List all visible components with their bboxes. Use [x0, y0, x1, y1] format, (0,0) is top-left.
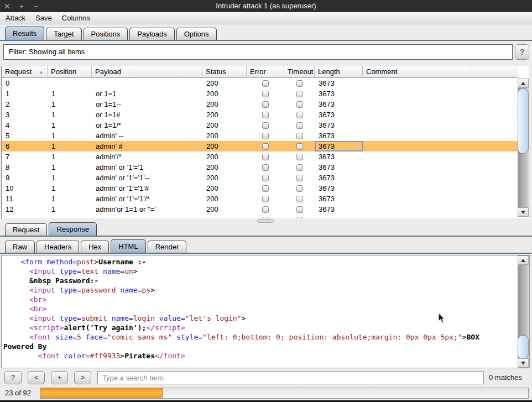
- timeout-checkbox[interactable]: [296, 185, 303, 192]
- tab-response[interactable]: Response: [49, 222, 97, 236]
- scrollbar-track[interactable]: [518, 88, 529, 207]
- timeout-checkbox[interactable]: [296, 164, 303, 171]
- arrow-up-icon: [521, 82, 525, 85]
- view-tab-hex[interactable]: Hex: [81, 241, 109, 253]
- error-checkbox[interactable]: [262, 143, 269, 150]
- timeout-checkbox[interactable]: [296, 112, 303, 118]
- scroll-down-button[interactable]: [518, 358, 529, 368]
- search-input[interactable]: [97, 371, 484, 384]
- table-row-partial[interactable]: [2, 215, 518, 218]
- scrollbar-thumb[interactable]: [518, 88, 529, 154]
- timeout-checkbox[interactable]: [296, 206, 303, 213]
- cell-request: 12: [2, 204, 48, 215]
- scroll-up-button[interactable]: [518, 255, 529, 265]
- tab-positions[interactable]: Positions: [84, 28, 128, 40]
- view-tab-headers[interactable]: Headers: [36, 241, 79, 253]
- timeout-checkbox[interactable]: [296, 143, 303, 150]
- timeout-checkbox[interactable]: [296, 217, 303, 219]
- table-row-12[interactable]: 121admin'or 1=1 or ''='2003673: [2, 204, 518, 215]
- column-header-comment[interactable]: Comment: [363, 66, 472, 78]
- results-scrollbar[interactable]: [518, 79, 529, 217]
- cell-request: [2, 215, 48, 218]
- menu-attack[interactable]: Attack: [6, 14, 25, 22]
- cell-comment: [363, 162, 472, 173]
- timeout-checkbox[interactable]: [296, 196, 303, 202]
- timeout-checkbox[interactable]: [296, 101, 303, 108]
- response-scrollbar[interactable]: [518, 255, 529, 368]
- search-prev-button[interactable]: <: [28, 371, 45, 384]
- arrow-down-icon: [521, 362, 525, 365]
- view-tab-raw[interactable]: Raw: [5, 241, 35, 253]
- response-viewer[interactable]: <form method=post>Username :- <Input typ…: [1, 255, 530, 368]
- timeout-checkbox[interactable]: [296, 80, 303, 87]
- column-header-payload[interactable]: Payload: [92, 66, 202, 78]
- error-checkbox[interactable]: [262, 154, 269, 160]
- error-checkbox[interactable]: [262, 133, 269, 139]
- tab-results[interactable]: Results: [5, 27, 44, 40]
- titlebar: ✕ + − Intruder attack 1 (as superuser): [0, 0, 532, 12]
- table-row-7[interactable]: 71admin'/*2003673: [2, 152, 518, 162]
- view-tab-render[interactable]: Render: [148, 241, 187, 253]
- column-header-error[interactable]: Error: [247, 66, 284, 78]
- table-row-8[interactable]: 81admin' or '1'='12003673: [2, 162, 518, 173]
- cell-payload: or 1=1: [92, 88, 202, 99]
- tab-options[interactable]: Options: [176, 28, 217, 40]
- error-checkbox[interactable]: [262, 175, 269, 181]
- error-checkbox[interactable]: [262, 122, 269, 129]
- timeout-checkbox[interactable]: [296, 122, 303, 129]
- search-add-button[interactable]: +: [51, 371, 68, 384]
- error-checkbox[interactable]: [262, 112, 269, 118]
- cell-request: 6: [2, 141, 48, 152]
- menu-columns[interactable]: Columns: [62, 14, 90, 22]
- column-header-request[interactable]: Request▲: [2, 66, 48, 78]
- cell-status: 200: [202, 88, 247, 99]
- filter-help-button[interactable]: ?: [515, 44, 529, 60]
- table-row-2[interactable]: 21or 1=1--2003673: [2, 99, 518, 109]
- error-checkbox[interactable]: [262, 217, 269, 219]
- tab-payloads[interactable]: Payloads: [129, 28, 174, 40]
- table-row-10[interactable]: 101admin' or '1'='1'#2003673: [2, 183, 518, 194]
- table-row-6[interactable]: 61admin' #2003673: [2, 141, 518, 152]
- column-header-timeout[interactable]: Timeout: [284, 66, 315, 78]
- view-tab-html[interactable]: HTML: [111, 239, 145, 253]
- table-row-3[interactable]: 31or 1=1#2003673: [2, 109, 518, 120]
- filter-bar[interactable]: Filter: Showing all items: [3, 44, 513, 60]
- timeout-checkbox[interactable]: [296, 133, 303, 139]
- error-checkbox[interactable]: [262, 91, 269, 97]
- error-checkbox[interactable]: [262, 206, 269, 213]
- error-checkbox[interactable]: [262, 101, 269, 108]
- error-checkbox[interactable]: [262, 80, 269, 87]
- error-checkbox[interactable]: [262, 196, 269, 202]
- table-row-9[interactable]: 91admin' or '1'='1'--2003673: [2, 173, 518, 183]
- timeout-checkbox[interactable]: [296, 175, 303, 181]
- timeout-checkbox[interactable]: [296, 154, 303, 160]
- column-header-status[interactable]: Status: [202, 66, 247, 78]
- minimize-icon[interactable]: −: [32, 2, 40, 11]
- scroll-up-button[interactable]: [518, 79, 529, 88]
- column-header-length[interactable]: Length: [315, 66, 363, 78]
- tab-request[interactable]: Request: [5, 223, 47, 236]
- table-row-5[interactable]: 51admin' --2003673: [2, 130, 518, 141]
- maximize-icon[interactable]: +: [18, 2, 25, 11]
- close-icon[interactable]: ✕: [3, 2, 11, 11]
- timeout-checkbox[interactable]: [296, 91, 303, 97]
- progress-bar: [40, 388, 529, 399]
- search-help-button[interactable]: ?: [4, 371, 22, 384]
- search-next-button[interactable]: >: [74, 371, 91, 384]
- table-row-11[interactable]: 111admin' or '1'='1'/*2003673: [2, 194, 518, 204]
- scroll-down-button[interactable]: [518, 207, 529, 217]
- cell-length: 3673: [315, 183, 363, 194]
- menu-save[interactable]: Save: [35, 14, 52, 22]
- table-row-0[interactable]: 02003673: [2, 78, 518, 88]
- error-checkbox[interactable]: [262, 185, 269, 192]
- scrollbar-thumb[interactable]: [518, 335, 529, 359]
- cell-status: 200: [202, 204, 247, 215]
- column-header-position[interactable]: Position: [48, 66, 92, 78]
- message-tab-strip: RequestResponse: [0, 222, 532, 237]
- table-row-1[interactable]: 11or 1=12003673: [2, 88, 518, 99]
- scrollbar-track[interactable]: [518, 265, 529, 358]
- error-checkbox[interactable]: [262, 164, 269, 171]
- tab-target[interactable]: Target: [46, 28, 81, 40]
- table-row-4[interactable]: 41or 1=1/*2003673: [2, 120, 518, 130]
- cell-request: 8: [2, 162, 48, 173]
